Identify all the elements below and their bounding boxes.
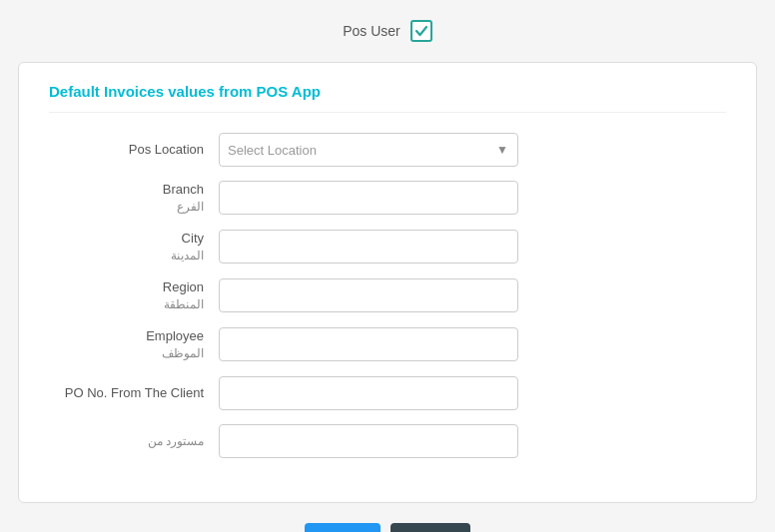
imported-from-arabic-label: مستورد من (49, 433, 204, 450)
branch-group: Branch الفرع (49, 181, 726, 216)
pos-user-checkbox[interactable] (410, 20, 432, 42)
pos-location-select-wrapper: Select Location ▼ (219, 133, 518, 167)
default-invoices-card: Default Invoices values from POS App Pos… (18, 62, 757, 503)
employee-arabic-label: الموظف (49, 345, 204, 362)
save-button[interactable]: Save (305, 523, 381, 532)
branch-input[interactable] (219, 181, 518, 215)
region-arabic-label: المنطقة (49, 296, 204, 313)
employee-input[interactable] (219, 327, 518, 361)
branch-arabic-label: الفرع (49, 199, 204, 216)
reset-button[interactable]: Reset (390, 523, 471, 532)
pos-user-section: Pos User (0, 10, 775, 62)
pos-location-label: Pos Location (49, 141, 219, 159)
employee-label: Employee الموظف (49, 327, 219, 362)
action-buttons: Save Reset (18, 523, 757, 532)
pos-user-label: Pos User (343, 23, 400, 39)
imported-from-group: مستورد من (49, 424, 726, 458)
region-input[interactable] (219, 278, 518, 312)
employee-group: Employee الموظف (49, 327, 726, 362)
imported-from-input[interactable] (219, 424, 518, 458)
city-input[interactable] (219, 230, 518, 264)
region-group: Region المنطقة (49, 278, 726, 313)
imported-from-label: مستورد من (49, 433, 219, 450)
po-no-group: PO No. From The Client (49, 376, 726, 410)
pos-location-select[interactable]: Select Location (219, 133, 518, 167)
city-arabic-label: المدينة (49, 248, 204, 265)
checkmark-icon (414, 24, 428, 38)
po-no-input[interactable] (219, 376, 518, 410)
po-no-label: PO No. From The Client (49, 384, 219, 402)
branch-label: Branch الفرع (49, 181, 219, 216)
city-label: City المدينة (49, 230, 219, 265)
region-label: Region المنطقة (49, 278, 219, 313)
city-group: City المدينة (49, 230, 726, 265)
card-title: Default Invoices values from POS App (49, 83, 726, 113)
pos-location-group: Pos Location Select Location ▼ (49, 133, 726, 167)
